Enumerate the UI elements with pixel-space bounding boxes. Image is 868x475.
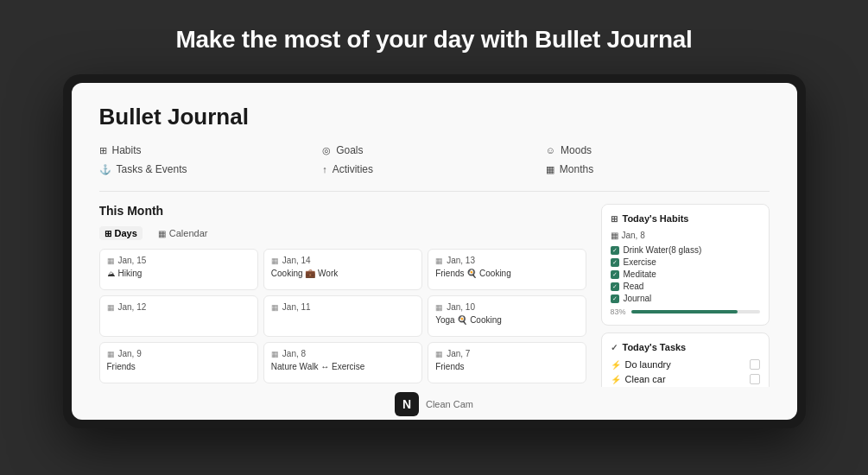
day-date-jan10: ▦ Jan, 10 [435, 302, 579, 312]
activity-label: Friends 🍳 Cooking [435, 269, 511, 278]
day-card-jan14[interactable]: ▦ Jan, 14 Cooking 💼 Work [263, 249, 422, 290]
tab-days[interactable]: ⊞ Days [99, 226, 143, 240]
progress-bar-fill [631, 310, 738, 314]
activity-label: Friends [435, 362, 464, 371]
habits-date-label: Jan, 8 [622, 231, 645, 240]
date-label: Jan, 7 [447, 349, 470, 358]
activity-label: Cooking 💼 Work [271, 269, 338, 278]
date-label: Jan, 14 [282, 256, 311, 265]
day-card-jan15[interactable]: ▦ Jan, 15 ⛰ Hiking [99, 249, 258, 290]
tasks-widget-icon: ✓ [611, 343, 618, 352]
day-card-jan9[interactable]: ▦ Jan, 9 Friends [99, 342, 258, 383]
habit-checkbox-water[interactable] [611, 246, 619, 255]
habits-widget-title: ⊞ Today's Habits [611, 213, 760, 224]
nav-label-habits: Habits [112, 144, 142, 156]
habit-label-water: Drink Water(8 glass) [624, 245, 702, 255]
task-icon-laundry: ⚡ [611, 360, 621, 370]
habit-item-water[interactable]: Drink Water(8 glass) [611, 245, 760, 255]
habit-item-exercise[interactable]: Exercise [611, 257, 760, 267]
task-item-laundry[interactable]: ⚡ Do laundry [611, 359, 760, 370]
habit-label-journal: Journal [624, 294, 652, 303]
hero-title: Make the most of your day with Bullet Jo… [176, 26, 693, 54]
day-card-jan10[interactable]: ▦ Jan, 10 Yoga 🍳 Cooking [428, 295, 586, 337]
footer-bar: N Clean Cam [72, 387, 797, 420]
day-activity-jan7: Friends [435, 362, 579, 371]
left-panel: This Month ⊞ Days ▦ Calendar [99, 204, 587, 387]
habit-item-journal[interactable]: Journal [611, 294, 760, 303]
day-date-jan14: ▦ Jan, 14 [271, 256, 415, 265]
days-tab-label: Days [115, 228, 137, 238]
months-icon: ▦ [546, 164, 554, 175]
tasks-widget: ✓ Today's Tasks ⚡ Do laundry [601, 332, 770, 387]
day-activity-jan8: Nature Walk ↔ Exercise [271, 362, 415, 371]
date-icon: ▦ [107, 303, 115, 312]
day-card-jan7[interactable]: ▦ Jan, 7 Friends [428, 342, 586, 383]
day-card-jan8[interactable]: ▦ Jan, 8 Nature Walk ↔ Exercise [263, 342, 422, 383]
task-item-cleancar[interactable]: ⚡ Clean car [611, 374, 760, 384]
progress-row: 83% [611, 307, 760, 316]
date-icon: ▦ [271, 303, 279, 312]
habit-checkbox-journal[interactable] [611, 294, 619, 303]
date-icon: ▦ [271, 256, 279, 265]
nav-label-months: Months [560, 163, 593, 175]
day-card-jan13[interactable]: ▦ Jan, 13 Friends 🍳 Cooking [428, 249, 586, 290]
nav-item-tasks[interactable]: ⚓ Tasks & Events [99, 162, 323, 177]
habits-title-label: Today's Habits [623, 213, 689, 224]
habit-item-read[interactable]: Read [611, 282, 760, 291]
day-date-jan13: ▦ Jan, 13 [435, 256, 579, 265]
habit-checkbox-meditate[interactable] [611, 270, 619, 279]
moods-icon: ☺ [546, 145, 555, 155]
day-card-jan11[interactable]: ▦ Jan, 11 [263, 295, 422, 337]
task-checkbox-cleancar[interactable] [750, 374, 760, 384]
date-label: Jan, 9 [118, 349, 142, 358]
date-label: Jan, 13 [447, 256, 475, 265]
section-title: This Month [99, 204, 587, 218]
nav-item-habits[interactable]: ⊞ Habits [99, 142, 323, 158]
day-date-jan8: ▦ Jan, 8 [271, 349, 415, 358]
date-icon: ▦ [107, 350, 115, 358]
habit-checkbox-exercise[interactable] [611, 258, 619, 267]
activity-label: Friends [107, 362, 136, 371]
task-checkbox-laundry[interactable] [750, 359, 760, 370]
habit-label-exercise: Exercise [624, 257, 656, 267]
tasks-widget-title: ✓ Today's Tasks [611, 342, 760, 352]
calendar-tab-icon: ▦ [158, 229, 166, 238]
habits-icon: ⊞ [99, 145, 107, 156]
nav-item-months[interactable]: ▦ Months [546, 162, 770, 177]
date-label: Jan, 8 [282, 349, 306, 358]
day-activity-jan10: Yoga 🍳 Cooking [435, 315, 579, 325]
date-label: Jan, 11 [282, 302, 311, 312]
date-icon: ▦ [435, 256, 443, 265]
tasks-icon: ⚓ [99, 164, 111, 175]
activity-label: Nature Walk ↔ Exercise [271, 362, 365, 371]
day-activity-jan13: Friends 🍳 Cooking [435, 269, 579, 278]
date-label: Jan, 10 [447, 302, 475, 312]
activity-icon: ⛰ [107, 269, 115, 278]
habit-label-meditate: Meditate [624, 269, 656, 279]
task-label-cleancar: Clean car [625, 374, 666, 384]
date-icon: ▦ [107, 256, 115, 265]
nav-item-activities[interactable]: ↑ Activities [322, 162, 546, 177]
device-frame: Bullet Journal ⊞ Habits ◎ Goals ☺ Moods … [63, 74, 806, 428]
days-grid: ▦ Jan, 15 ⛰ Hiking ▦ Jan, 14 [99, 249, 587, 387]
activity-label: Hiking [118, 269, 143, 278]
day-activity-jan15: ⛰ Hiking [107, 269, 250, 278]
habit-label-read: Read [624, 282, 644, 291]
day-date-jan7: ▦ Jan, 7 [435, 349, 579, 358]
progress-bar-background [631, 310, 760, 314]
day-activity-jan9: Friends [107, 362, 250, 371]
days-tab-icon: ⊞ [105, 229, 111, 238]
nav-item-goals[interactable]: ◎ Goals [322, 142, 546, 158]
tasks-title-label: Today's Tasks [623, 342, 687, 352]
tab-calendar[interactable]: ▦ Calendar [153, 226, 213, 240]
nav-item-moods[interactable]: ☺ Moods [546, 142, 770, 158]
nav-divider [99, 191, 770, 192]
habit-checkbox-read[interactable] [611, 282, 619, 291]
page-title: Bullet Journal [99, 104, 770, 130]
nav-label-goals: Goals [336, 144, 363, 156]
day-date-jan15: ▦ Jan, 15 [107, 256, 250, 265]
habits-date-icon: ▦ [611, 231, 618, 240]
habit-item-meditate[interactable]: Meditate [611, 269, 760, 279]
date-icon: ▦ [435, 350, 443, 358]
day-card-jan12[interactable]: ▦ Jan, 12 [99, 295, 258, 337]
